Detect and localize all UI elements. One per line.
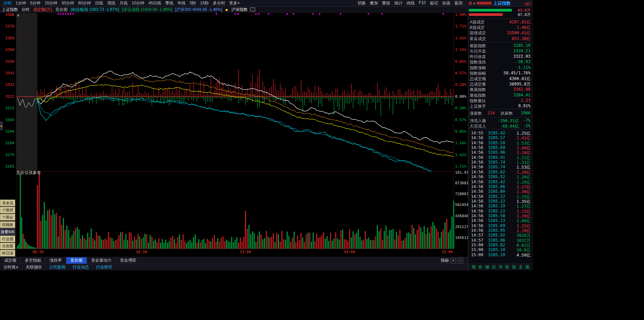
sidebar-button-放量935[interactable]: 放量935 <box>0 228 15 235</box>
quote-label-昨日收盘: 昨日收盘 <box>470 54 486 60</box>
menu-item-1分钟[interactable]: 1分钟 <box>14 0 28 6</box>
menu-item-年线[interactable]: 年线 <box>175 0 188 6</box>
sidebar-button-昨日涨停[interactable]: 昨日涨停 <box>0 250 15 257</box>
menu-item-季线[interactable]: 季线 <box>163 0 175 6</box>
expand-arrow-icon[interactable]: ▸ <box>0 121 3 130</box>
menu-item-5分钟[interactable]: 5分钟 <box>28 0 43 6</box>
quote-panel: 83.0万 87.0万 A股成交4297.81亿B股成交1.46亿国债成交155… <box>468 7 533 270</box>
panel-footer-tab-价[interactable]: 价 <box>478 264 483 270</box>
diamond-icon: ◆ <box>225 8 228 12</box>
info-view-label[interactable]: 竞价图 <box>55 7 68 13</box>
tab-竞价图[interactable]: 竞价图 <box>66 257 87 264</box>
menu-item-更多>[interactable]: 更多> <box>227 0 242 6</box>
flow-percent: -7% <box>523 118 530 123</box>
menu-item-60分钟[interactable]: 60分钟 <box>76 0 93 6</box>
sidebar-button-含权股[interactable]: 含权股 <box>0 243 15 249</box>
toolbar-item-叠加[interactable]: 叠加 <box>368 0 380 6</box>
tick-cell: 15:00 <box>471 243 483 247</box>
sidebar-button-个股研报[interactable]: 个股研报 <box>0 207 15 213</box>
menu-item-日线[interactable]: 日线 <box>93 0 105 6</box>
menu-item-30分钟[interactable]: 30分钟 <box>59 0 76 6</box>
quote-value-今日开盘: 3320.21 <box>513 49 530 53</box>
sidebar-button-行业掘金[interactable]: 行业掘金 <box>0 236 15 242</box>
tab-多空指标[interactable]: 多空指标 <box>21 257 46 264</box>
symbol-code: 999999 <box>477 1 491 6</box>
menu-icon[interactable]: ≡ <box>473 1 475 5</box>
tick-cell: 3285.92 <box>488 233 505 238</box>
panel-footer-tab-值[interactable]: 值 <box>512 264 516 270</box>
logo-badge: G <box>469 1 472 6</box>
quote-value-B股成交: 1.46亿 <box>517 25 530 31</box>
tab-行业动态[interactable]: 行业动态 <box>69 264 93 270</box>
panel-footer-tab-笔[interactable]: 笔 <box>472 264 476 270</box>
panel-footer-tab-筹[interactable]: 筹 <box>525 264 529 270</box>
timeframe-menubar: 分时1分钟5分钟15分钟30分钟60分钟日线周线月线10分钟45日线季线年线5秒… <box>0 0 533 7</box>
flow-percent: -2% <box>523 124 530 128</box>
tick-cell: 3285.22 <box>488 194 505 199</box>
tick-cell: 3285.86 <box>488 238 505 243</box>
menu-item-月线[interactable]: 月线 <box>117 0 129 6</box>
menu-item-分时[interactable]: 分时 <box>1 0 14 6</box>
panel-separator <box>468 109 533 109</box>
tick-cell: 3285.22 <box>488 199 505 204</box>
panel-footer-tab-联[interactable]: 联 <box>505 264 509 270</box>
panel-footer-tab-月[interactable]: 月 <box>499 264 503 270</box>
timeframe-menu: 分时1分钟5分钟15分钟30分钟60分钟日线周线月线10分钟45日线季线年线5秒… <box>0 0 242 6</box>
toolbar-item-画线[interactable]: 画线 <box>404 0 417 6</box>
tab-资金驱动力[interactable]: 资金驱动力 <box>87 257 116 264</box>
toolbar-item-统计[interactable]: 统计 <box>392 0 404 6</box>
toolbar-item-F10[interactable]: F10 <box>417 0 428 6</box>
quote-value-昨日收盘: 3322.03 <box>513 54 530 59</box>
menu-item-15分钟[interactable]: 15分钟 <box>42 0 59 6</box>
tick-cell: 14:56 <box>471 194 483 199</box>
tick-cell: 3285.82 <box>488 170 505 174</box>
sidebar-button-投顾服务[interactable]: 投顾服务 <box>0 221 15 228</box>
panel-footer-tab-细[interactable]: 细 <box>485 264 489 270</box>
menu-item-45日线[interactable]: 45日线 <box>146 0 163 6</box>
tab-成交额[interactable]: 成交额 <box>0 257 21 264</box>
tick-cell: 3285.10 <box>488 252 505 257</box>
quote-label-国债成交: 国债成交 <box>470 30 486 36</box>
menu-item-15秒[interactable]: 15秒 <box>198 0 211 6</box>
menu-item-10分钟[interactable]: 10分钟 <box>129 0 146 6</box>
tick-cell: 3285.69 <box>488 223 505 228</box>
sidebar-button-个股诊断[interactable]: 个股诊断 <box>0 214 15 221</box>
toolbar-item-切换[interactable]: 切换 <box>355 0 368 6</box>
toolbar-item-自选[interactable]: 自选 <box>440 0 452 6</box>
tab-行业研究[interactable]: 行业研究 <box>93 264 116 270</box>
tab-公司新闻[interactable]: 公司新闻 <box>46 264 69 270</box>
tab-分时展∧[interactable]: 分时展∧ <box>0 264 22 270</box>
overlay-index-quotes: [创业板指 2383.73 -1.97%][深证成指 11608.58 -1.9… <box>69 7 224 13</box>
toolbar-item-标记[interactable]: 标记 <box>428 0 440 6</box>
tick-cell: 3285.69 <box>488 145 505 150</box>
quote-value-最新指数: 3285.10 <box>513 43 530 48</box>
menu-item-5秒[interactable]: 5秒 <box>188 0 198 6</box>
remove-indicator-button[interactable]: − <box>457 258 463 263</box>
up-count-label: 涨家数 <box>470 111 482 116</box>
tab-涨跌率[interactable]: 涨跌率 <box>46 257 66 264</box>
quote-label-总成交量: 总成交量 <box>470 81 486 87</box>
news-tabbar: 分时展∧关联报价公司新闻行业动态行业研究 <box>0 264 468 270</box>
quote-value-上证换手: 0.91% <box>518 103 530 108</box>
popout-window-icon[interactable] <box>250 7 255 12</box>
tab-资金博弈[interactable]: 资金博弈 <box>116 257 141 264</box>
overlay-group-label[interactable]: 沪深指数 <box>231 7 248 13</box>
tick-cell: 14:56 <box>471 174 483 179</box>
indicator-tab-tools: 指标 + − <box>441 258 468 263</box>
sidebar-button-资金流向[interactable]: 资金流向 <box>0 200 15 206</box>
menu-item-多分时[interactable]: 多分时 <box>211 0 227 6</box>
sell-volume-value: 87.0万 <box>518 12 531 17</box>
toolbar-item-返回[interactable]: 返回 <box>452 0 465 6</box>
panel-footer-tab-日[interactable]: 日 <box>492 264 496 270</box>
panel-footer-tab-主[interactable]: 主 <box>519 264 523 270</box>
tab-关联报价[interactable]: 关联报价 <box>22 264 46 270</box>
close-icon[interactable]: × <box>17 14 19 18</box>
menu-item-周线[interactable]: 周线 <box>105 0 117 6</box>
add-indicator-button[interactable]: + <box>450 258 456 263</box>
panel-separator <box>468 42 533 42</box>
toolbar-item-重组[interactable]: 重组 <box>380 0 392 6</box>
quote-label-A股成交: A股成交 <box>470 19 485 25</box>
tick-cell: 14:56 <box>471 140 483 145</box>
indicator-label[interactable]: 指标 <box>441 258 449 263</box>
quote-label-B股成交: B股成交 <box>470 25 485 31</box>
